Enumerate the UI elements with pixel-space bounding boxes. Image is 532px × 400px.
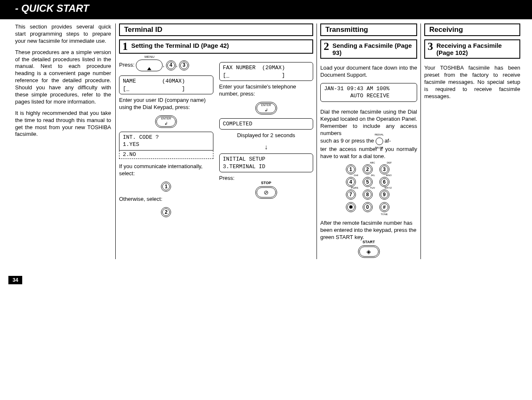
key-1-icon: 1 bbox=[161, 182, 171, 192]
page-body: This section provides several quick star… bbox=[0, 19, 532, 268]
dial-text2b: af- bbox=[384, 138, 391, 144]
arrow-down-icon: ↓ bbox=[219, 143, 314, 151]
displayed-text: Displayed for 2 seconds bbox=[219, 132, 314, 139]
key-2-icon: 2 bbox=[161, 207, 171, 217]
intcode-no-option: 2.NO bbox=[119, 151, 213, 159]
step2-header: 2 Sending a Facsimile (Page 93) bbox=[320, 39, 417, 59]
terminal-column: Terminal ID 1 Setting the Terminal ID (P… bbox=[115, 23, 317, 259]
terminal-twocol: Press: MENU , 4, 3 NAME (40MAX) [_ ] Ent… bbox=[119, 60, 313, 217]
lcd-completed: COMPLETED bbox=[219, 118, 314, 130]
intro-column: This section provides several quick star… bbox=[8, 23, 115, 259]
lcd-name: NAME (40MAX) [_ ] bbox=[119, 75, 213, 94]
intro-p1: This section provides several quick star… bbox=[15, 23, 111, 45]
dial-text2a: such as 9 or press the bbox=[320, 138, 376, 144]
press-row: Press: MENU , 4, 3 bbox=[119, 60, 213, 71]
page-footer: 34 bbox=[0, 276, 532, 284]
step1-num: 1 bbox=[122, 42, 128, 51]
load-text: Load your document face down into the Do… bbox=[320, 65, 417, 79]
key2-wrap: 2 bbox=[119, 207, 213, 217]
start-btn-wrap: START ◈ bbox=[320, 245, 417, 259]
intro-p3: It is highly recommended that you take t… bbox=[15, 110, 111, 138]
dial-keypad-icon: 1 ABC2 DEF3 GHI4 JKL5 MNO6 PQRS7 TUV8 WX… bbox=[320, 164, 417, 212]
menu-button-icon: MENU bbox=[136, 60, 163, 71]
keypad-0: 0 bbox=[363, 202, 373, 212]
intl-text: If you communicate internationally, sele… bbox=[119, 163, 213, 177]
lcd-fax: FAX NUMBER (20MAX) [_ ] bbox=[219, 62, 314, 81]
otherwise-text: Otherwise, select: bbox=[119, 196, 213, 203]
lcd-intcode: INT. CODE ? 1.YES bbox=[119, 132, 213, 151]
enter-button-icon: ENTER ↲ bbox=[155, 115, 177, 128]
keypad-8: TUV8 bbox=[363, 190, 373, 200]
after-text: After the remote facsimile number has be… bbox=[320, 220, 417, 241]
keypad-5: JKL5 bbox=[363, 177, 373, 187]
step3-title: Receiving a Facsimile (Page 102) bbox=[436, 42, 516, 56]
key1-wrap: 1 bbox=[119, 182, 213, 192]
terminal-right: FAX NUMBER (20MAX) [_ ] Enter your facsi… bbox=[219, 60, 314, 217]
step1-title: Setting the Terminal ID (Page 42) bbox=[131, 42, 229, 49]
enter-button-icon-2: ENTER ↲ bbox=[255, 102, 277, 114]
step3-header: 3 Receiving a Facsimile (Page 102) bbox=[424, 39, 520, 59]
enter-btn-wrap1: ENTER ↲ bbox=[119, 115, 213, 129]
enter-id-text: Enter your user ID (company name) using … bbox=[119, 97, 213, 111]
transmitting-header: Transmitting bbox=[320, 23, 417, 36]
enter-btn-wrap2: ENTER ↲ bbox=[219, 102, 314, 116]
dial-text1: Dial the remote facsimile using the Dial… bbox=[320, 109, 417, 137]
keypad-star: ✱ bbox=[346, 202, 356, 212]
enter-fax-text: Enter your facsimile's telephone number,… bbox=[219, 83, 314, 98]
keypad-2: ABC2 bbox=[363, 164, 373, 174]
keypad-hash: TONE# bbox=[379, 202, 389, 212]
keypad-1: 1 bbox=[346, 164, 356, 174]
receiving-column: Receiving 3 Receiving a Facsimile (Page … bbox=[420, 23, 524, 259]
intro-p2: These procedures are a simple version of… bbox=[15, 49, 111, 106]
step1-header: 1 Setting the Terminal ID (Page 42) bbox=[119, 39, 313, 54]
keypad-9: WXYZ9 bbox=[379, 190, 389, 200]
key-4-icon: 4 bbox=[166, 60, 176, 70]
step2-title: Sending a Facsimile (Page 93) bbox=[332, 42, 413, 56]
page-title: - QUICK START bbox=[15, 3, 89, 14]
step2-num: 2 bbox=[324, 42, 329, 51]
key-3-icon: 3 bbox=[179, 60, 189, 70]
keypad-6: MNO6 bbox=[379, 177, 389, 187]
menu-button-label: MENU bbox=[145, 55, 155, 59]
redial-pause-button-icon: REDIAL PAUSE bbox=[376, 138, 383, 145]
stop-btn-wrap: STOP ⊘ bbox=[219, 186, 314, 200]
dial-text2: such as 9 or press the REDIAL PAUSE af- bbox=[320, 138, 417, 145]
page-number: 34 bbox=[8, 276, 22, 284]
receiving-header: Receiving bbox=[424, 23, 520, 36]
transmitting-column: Transmitting 2 Sending a Facsimile (Page… bbox=[317, 23, 420, 259]
terminal-header: Terminal ID bbox=[119, 23, 313, 36]
keypad-3: DEF3 bbox=[379, 164, 389, 174]
stop-button-icon: STOP ⊘ bbox=[255, 186, 277, 199]
receiving-body: Your TOSHIBA facsimile has been preset f… bbox=[424, 65, 520, 100]
press-label: Press: bbox=[119, 62, 135, 68]
keypad-7: PQRS7 bbox=[346, 190, 356, 200]
dial-text3: ter the access number if you normally ha… bbox=[320, 146, 417, 160]
lcd-initial: INITIAL SETUP 3.TERMINAL ID bbox=[219, 153, 314, 172]
start-button-icon: START ◈ bbox=[358, 245, 380, 258]
triangle-up-icon bbox=[147, 63, 151, 70]
terminal-left: Press: MENU , 4, 3 NAME (40MAX) [_ ] Ent… bbox=[119, 60, 213, 217]
lcd-status: JAN-31 09:43 AM 100% AUTO RECEIVE bbox=[320, 83, 417, 102]
keypad-4: GHI4 bbox=[346, 177, 356, 187]
page-title-bar: - QUICK START bbox=[0, 0, 532, 19]
step3-num: 3 bbox=[428, 42, 433, 51]
